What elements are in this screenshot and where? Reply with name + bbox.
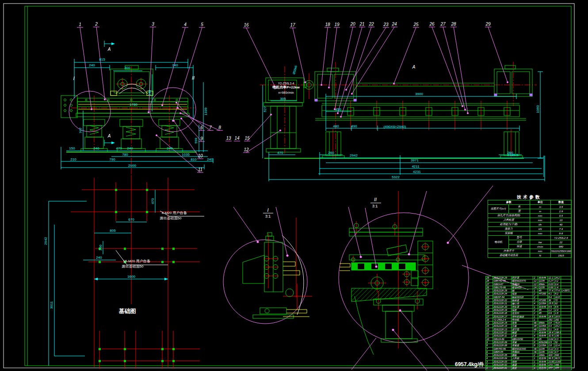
tech-params-table: 参数单位数值筛面尺寸(m²)长m3.9宽m2.9筛孔尺寸(筛条间隙)mm0.5入… [488, 200, 572, 258]
part-number-9: 9 [200, 137, 203, 141]
bom-cell: 1 [533, 315, 538, 318]
bom-cell: 2 [533, 312, 538, 315]
bom-cell: Q235A [538, 344, 548, 347]
part-number-10: 10 [198, 154, 202, 158]
dim-label: 1060 [536, 105, 540, 113]
bom-cell: 477 [554, 367, 561, 370]
bom-cell: 1 [486, 367, 493, 370]
bom-cell: 19.2 [554, 325, 561, 328]
bom-cell: 1 [533, 306, 538, 309]
dim-label: 240 [127, 147, 133, 150]
bom-cell: 15.5 [548, 302, 554, 305]
bom-cell: GB5783-86 [493, 348, 512, 351]
bom-cell: GB119-86 [493, 338, 512, 341]
bom-cell: Q235 [538, 351, 548, 354]
tech-cell: 筛面尺寸(m²) [488, 205, 509, 214]
bom-cell [561, 283, 572, 286]
bom-cell: 477 [548, 367, 554, 370]
bom-cell: Y2-250L2-4 [493, 318, 512, 321]
part-number-25: 25 [413, 23, 418, 27]
bom-cell: 2 [533, 276, 538, 279]
bom-cell: 65Mn [538, 283, 548, 286]
bom-cell [561, 309, 572, 312]
tech-cell: 22 [550, 240, 571, 245]
bom-cell: 0.1 [548, 328, 554, 331]
bom-row: 12ZDS2228.12横梁7组合件28.4198.8 [486, 331, 572, 334]
bom-row: 13ZDS2228.13调节垫48Q235A0.14.8 [486, 328, 572, 331]
bom-cell: 0.4 [548, 325, 554, 328]
bom-cell: 0.03 [548, 283, 554, 286]
bom-cell: 14 [486, 325, 493, 328]
dim-label: 480 [333, 125, 339, 128]
dim-label: 240 [207, 158, 213, 161]
bom-cell: 12 [533, 283, 538, 286]
bom-cell [561, 279, 572, 283]
bom-table: 29ZDS2228.29防护罩2组合件12.124.228GB5782-86螺栓… [485, 276, 572, 370]
bom-cell: 支座 [512, 334, 534, 337]
bom-cell: GB297-84 [493, 296, 512, 299]
bom-row: 15ZDS2228.15筛条9665Mn0.876.8 [486, 321, 572, 325]
bom-cell: 0.06 [548, 286, 554, 289]
dim-label: 1339 [204, 107, 208, 115]
bom-cell: 2 [533, 363, 538, 367]
bom-cell: 螺栓M16X40 [512, 348, 534, 351]
bom-row: 1ZDS2228.01底座1组合件477477 [486, 367, 572, 370]
bom-cell: 5 [486, 354, 493, 357]
bom-row: 28GB5782-86螺栓M20X7012Q2350.273.2 [486, 279, 572, 283]
bom-cell: 292 [548, 318, 554, 321]
dim-label: I [267, 208, 268, 213]
detail-i [223, 207, 312, 324]
bom-cell: ZDS2228.02 [493, 363, 512, 367]
bom-cell: Q235 [538, 279, 548, 283]
bom-cell: 筛条 [512, 321, 534, 325]
tech-cell: m [530, 205, 550, 209]
bom-cell: 3.2 [554, 279, 561, 283]
part-number-12: 12 [244, 148, 248, 152]
bom-cell: 36 [533, 348, 538, 351]
bom-cell: 16.8 [554, 296, 561, 299]
bom-cell: 4 [486, 357, 493, 360]
bom-cell: 筛框 [512, 360, 534, 363]
bom-row: 11ZDS2228.11支座4组合件32.5130 [486, 334, 572, 337]
bom-cell: 组合件 [538, 276, 548, 279]
dim-label: 3011 [50, 301, 53, 309]
bom-cell: 0.4 [554, 283, 561, 286]
bom-cell: 198.8 [554, 331, 561, 334]
dim-label: Y2-250L2-4 [278, 82, 294, 85]
tech-cell: m [530, 209, 550, 214]
bom-cell: 0.02 [548, 351, 554, 354]
bom-cell [561, 325, 572, 328]
part-number-2: 2 [95, 22, 98, 27]
bom-cell: 螺栓M20X70 [512, 279, 534, 283]
dim-label: 基础图 [119, 308, 136, 314]
part-number-26: 26 [429, 22, 434, 27]
tech-cell: N [530, 253, 550, 258]
bom-cell [561, 338, 572, 341]
bom-cell: 18.5 [548, 315, 554, 318]
dim-label: II [374, 197, 377, 202]
bom-cell: 0.8 [548, 321, 554, 325]
part-number-6: 6 [200, 126, 203, 130]
dim-label: 305 [280, 97, 286, 101]
bom-cell: 6.5 [548, 341, 554, 344]
bom-cell: 底梁 [512, 363, 534, 367]
bom-cell: 组合件 [538, 331, 548, 334]
bom-cell: 2 [533, 296, 538, 299]
bom-cell: 28 [486, 279, 493, 283]
dim-label: 805 [110, 229, 115, 233]
bom-cell: 8.2 [554, 292, 561, 295]
bom-cell: 3 [486, 360, 493, 363]
dim-label: 470 [151, 198, 155, 204]
dim-label: 300 [124, 66, 130, 70]
part-number-17: 17 [290, 23, 295, 27]
bom-cell: 0.04 [548, 338, 554, 341]
part-number-21: 21 [359, 22, 364, 27]
dim-label: 767 [79, 127, 83, 133]
bom-cell: 8 [533, 341, 538, 344]
bom-cell: 组合件 [538, 357, 548, 360]
bom-cell: 8 [486, 344, 493, 347]
bom-cell: 62 [554, 302, 561, 305]
bom-row: 20ZDS2228.20带轮罩1组合件8.58.5 [486, 306, 572, 309]
dim-label: 200 [99, 245, 103, 250]
tech-cell: 980 [550, 245, 571, 249]
